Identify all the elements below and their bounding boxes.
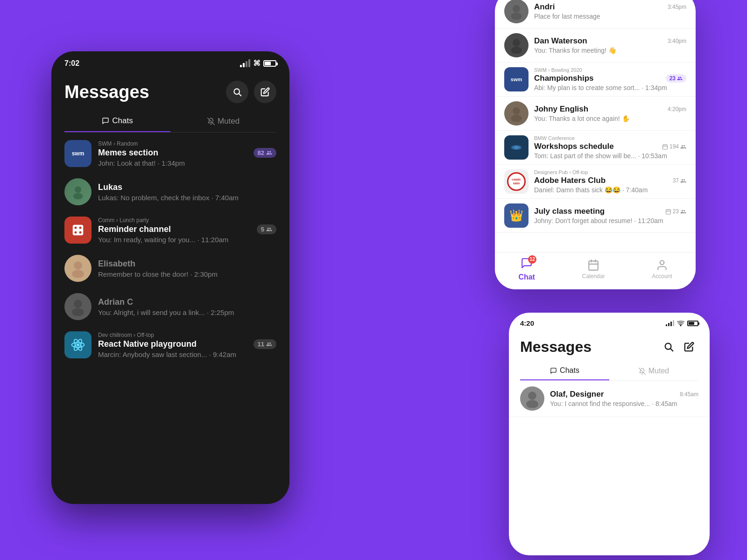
chat-name-workshops: Workshops schedule bbox=[534, 142, 614, 151]
svg-point-22 bbox=[513, 107, 520, 115]
svg-point-19 bbox=[511, 13, 521, 20]
chat-preview-olaf: You: I cannot find the responsive... · 8… bbox=[550, 400, 698, 407]
chat-preview-elisabeth: Remember to close the door! · 2:30pm bbox=[98, 270, 276, 278]
chat-item-elisabeth[interactable]: Elisabeth Remember to close the door! · … bbox=[51, 249, 289, 287]
chat-name-olaf: Olaf, Designer bbox=[550, 390, 604, 399]
chat-item-adrian[interactable]: Adrian C You: Alright, i will send you a… bbox=[51, 287, 289, 326]
chat-item-lukas[interactable]: Lukas Lukas: No problem, check the inbox… bbox=[51, 173, 289, 211]
avatar-olaf bbox=[520, 386, 544, 411]
wifi-icon-dark: ⌘ bbox=[253, 59, 261, 68]
chat-content-championships: SWM › Bowling 2020 Championships 23 Abi:… bbox=[534, 67, 686, 91]
edit-button-dark[interactable] bbox=[254, 81, 276, 103]
tab-muted-light[interactable]: Muted bbox=[609, 362, 698, 380]
edit-button-light[interactable] bbox=[680, 337, 698, 356]
time-johny: 4:20pm bbox=[668, 106, 686, 112]
chat-item-reminder[interactable]: Comm › Lunch party Reminder channel 5 Yo… bbox=[51, 211, 289, 249]
time-dark: 7:02 bbox=[64, 59, 79, 68]
chat-content-adobe: Designers Pub › Off-top Adobe Haters Clu… bbox=[534, 169, 686, 194]
tab-chats-dark[interactable]: Chats bbox=[64, 111, 170, 132]
chat-item-workshops[interactable]: BMW Conference Workshops schedule 194 To… bbox=[495, 131, 696, 165]
avatar-adobe: comic sans bbox=[504, 169, 529, 194]
signal-bars-bottom bbox=[666, 320, 674, 326]
nav-label-chat: Chat bbox=[518, 273, 535, 281]
chat-item-dan[interactable]: Dan Waterson 3:40pm You: Thanks for meet… bbox=[495, 28, 696, 63]
svg-point-6 bbox=[75, 227, 77, 229]
nav-item-chat[interactable]: 12 Chat bbox=[518, 257, 535, 281]
chat-content-lukas: Lukas Lukas: No problem, check the inbox… bbox=[98, 182, 276, 202]
chat-content-react: Dev chillroom › Off-top React Native pla… bbox=[98, 332, 276, 358]
chat-item-andri[interactable]: Andri 3:45pm Place for last message bbox=[495, 0, 696, 28]
messages-header-dark: Messages bbox=[51, 71, 289, 111]
avatar-johny bbox=[504, 101, 529, 126]
chat-meta-react: Dev chillroom › Off-top bbox=[98, 332, 276, 338]
chat-item-adobe[interactable]: comic sans Designers Pub › Off-top Adobe… bbox=[495, 165, 696, 199]
svg-point-3 bbox=[75, 186, 81, 193]
chat-top-lukas: Lukas bbox=[98, 182, 276, 192]
chat-list-dark: swm SWM › Random Memes section 82 John: … bbox=[51, 134, 289, 364]
chat-item-july[interactable]: 👑 July class meeting 23 Johny: Don't for… bbox=[495, 199, 696, 233]
chat-content-andri: Andri 3:45pm Place for last message bbox=[534, 2, 686, 20]
chat-name-adrian: Adrian C bbox=[98, 297, 133, 307]
avatar-july: 👑 bbox=[504, 203, 529, 228]
search-button-dark[interactable] bbox=[226, 81, 248, 103]
tab-muted-dark[interactable]: Muted bbox=[170, 111, 276, 132]
avatar-workshops bbox=[504, 135, 529, 160]
phone-light-bottom: 4:20 Messages bbox=[509, 313, 710, 555]
chat-preview-workshops: Tom: Last part of the show will be... · … bbox=[534, 152, 686, 160]
nav-item-account[interactable]: Account bbox=[652, 259, 672, 280]
svg-line-1 bbox=[239, 94, 241, 96]
header-actions-dark bbox=[226, 81, 276, 103]
chat-list-light-top: Andri 3:45pm Place for last message Dan … bbox=[495, 0, 696, 233]
svg-line-44 bbox=[639, 368, 645, 374]
chat-content-dan: Dan Waterson 3:40pm You: Thanks for meet… bbox=[534, 36, 686, 54]
phone-light-top: Andri 3:45pm Place for last message Dan … bbox=[495, 0, 696, 289]
chat-preview-dan: You: Thanks for meeting! 👋 bbox=[534, 47, 686, 54]
status-icons-dark: ⌘ bbox=[240, 59, 276, 68]
svg-point-21 bbox=[511, 47, 521, 54]
chat-name-andri: Andri bbox=[534, 2, 555, 12]
chat-top-memes: Memes section 82 bbox=[98, 148, 276, 158]
chat-top-elisabeth: Elisabeth bbox=[98, 259, 276, 269]
chat-badge: 12 bbox=[528, 255, 536, 264]
chat-name-dan: Dan Waterson bbox=[534, 36, 587, 46]
badge-championships: 23 bbox=[666, 74, 686, 83]
chat-item-memes[interactable]: swm SWM › Random Memes section 82 John: … bbox=[51, 134, 289, 173]
badge-react: 11 bbox=[254, 339, 276, 349]
chat-meta-reminder: Comm › Lunch party bbox=[98, 217, 276, 224]
chat-top-dan: Dan Waterson 3:40pm bbox=[534, 36, 686, 46]
nav-item-calendar[interactable]: Calendar bbox=[582, 259, 605, 280]
svg-rect-32 bbox=[666, 210, 670, 214]
avatar-dan bbox=[504, 33, 529, 57]
search-button-light[interactable] bbox=[659, 337, 678, 356]
chat-item-johny[interactable]: Johny English 4:20pm You: Thanks a lot o… bbox=[495, 97, 696, 131]
chat-top-andri: Andri 3:45pm bbox=[534, 2, 686, 12]
chat-name-reminder: Reminder channel bbox=[98, 224, 171, 234]
svg-point-9 bbox=[79, 231, 82, 234]
svg-point-46 bbox=[526, 400, 538, 408]
chat-preview-lukas: Lukas: No problem, check the inbox · 7:4… bbox=[98, 194, 276, 202]
svg-rect-36 bbox=[589, 261, 598, 270]
svg-rect-28 bbox=[663, 145, 668, 149]
chat-content-workshops: BMW Conference Workshops schedule 194 To… bbox=[534, 135, 686, 160]
time-andri: 3:45pm bbox=[668, 4, 686, 10]
chat-preview-july: Johny: Don't forget about resume! · 11:2… bbox=[534, 217, 686, 224]
time-dan: 3:40pm bbox=[668, 38, 686, 44]
chat-item-olaf[interactable]: Olaf, Designer 8:45am You: I cannot find… bbox=[509, 381, 710, 417]
avatar-adrian bbox=[64, 293, 92, 320]
svg-point-13 bbox=[72, 308, 84, 316]
chat-preview-adobe: Daniel: Damn thats sick 😂😂 · 7:40am bbox=[534, 186, 686, 194]
messages-title-light: Messages bbox=[520, 338, 592, 356]
tab-chats-light[interactable]: Chats bbox=[520, 362, 609, 380]
svg-point-12 bbox=[74, 300, 82, 308]
chat-content-july: July class meeting 23 Johny: Don't forge… bbox=[534, 207, 686, 224]
chat-top-adobe: Adobe Haters Club 37 bbox=[534, 176, 686, 185]
badge-adobe: 37 bbox=[673, 177, 686, 184]
chat-name-johny: Johny English bbox=[534, 105, 588, 114]
chat-name-elisabeth: Elisabeth bbox=[98, 259, 135, 269]
chat-preview-johny: You: Thanks a lot once again! ✋ bbox=[534, 115, 686, 122]
chat-preview-andri: Place for last message bbox=[534, 13, 686, 20]
chat-item-championships[interactable]: swm SWM › Bowling 2020 Championships 23 … bbox=[495, 63, 696, 97]
chat-item-react[interactable]: Dev chillroom › Off-top React Native pla… bbox=[51, 326, 289, 364]
svg-point-41 bbox=[680, 325, 681, 326]
avatar-lukas bbox=[64, 178, 92, 205]
